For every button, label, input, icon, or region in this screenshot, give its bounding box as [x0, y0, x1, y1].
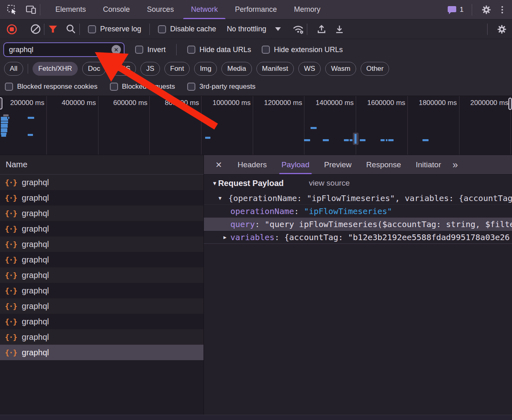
request-row[interactable]: {·}graphql: [0, 252, 203, 267]
blocked-requests-checkbox[interactable]: Blocked requests: [110, 83, 175, 91]
issues-bubble-icon: [447, 5, 457, 15]
expand-icon[interactable]: ▼: [219, 195, 221, 201]
chip-manifest[interactable]: Manifest: [256, 62, 294, 76]
kebab-menu-icon[interactable]: [498, 4, 506, 15]
network-overview-timeline[interactable]: 200000 ms400000 ms600000 ms800000 ms1000…: [0, 96, 512, 155]
chevron-down-icon: [275, 27, 281, 31]
chip-css[interactable]: CSS: [110, 62, 136, 76]
close-detail-icon[interactable]: ✕: [211, 159, 226, 171]
request-row[interactable]: {·}graphql: [0, 236, 203, 252]
request-row[interactable]: {·}graphql: [0, 298, 203, 314]
divider: [176, 44, 177, 55]
tab-network[interactable]: Network: [182, 0, 226, 19]
request-payload-header: ▼ Request Payload view source: [204, 175, 512, 192]
divider: [149, 24, 150, 35]
waterfall-bar: [1, 121, 8, 123]
detail-tab-preview[interactable]: Preview: [317, 155, 359, 174]
more-detail-tabs-icon[interactable]: »: [450, 159, 459, 171]
detail-tab-headers[interactable]: Headers: [230, 155, 274, 174]
chip-ws[interactable]: WS: [298, 62, 321, 76]
issues-button[interactable]: 1: [447, 5, 464, 15]
json-request-icon: {·}: [5, 348, 17, 357]
filter-funnel-icon[interactable]: [47, 23, 59, 35]
payload-entry-variables[interactable]: ▶ variables: {accountTag: "b12e3b2192ee5…: [204, 231, 512, 244]
hide-data-urls-label: Hide data URLs: [199, 46, 251, 54]
request-name: graphql: [22, 332, 49, 342]
chip-js[interactable]: JS: [140, 62, 160, 76]
json-request-icon: {·}: [5, 178, 17, 187]
request-row[interactable]: {·}graphql: [0, 175, 203, 190]
overview-left-handle[interactable]: [0, 97, 2, 109]
tab-performance[interactable]: Performance: [226, 0, 285, 19]
clear-network-log-icon[interactable]: [29, 23, 42, 35]
request-row[interactable]: {·}graphql: [0, 267, 203, 283]
request-row[interactable]: {·}graphql: [0, 206, 203, 221]
record-network-log-icon[interactable]: [6, 23, 18, 35]
chip-doc[interactable]: Doc: [82, 62, 106, 76]
request-row[interactable]: {·}graphql: [0, 345, 203, 360]
tab-console[interactable]: Console: [94, 0, 138, 19]
divider: [487, 24, 488, 35]
payload-root-row[interactable]: ▼ {operationName: "ipFlowTimeseries", va…: [204, 192, 512, 205]
waterfall-bar: [1, 126, 8, 128]
view-source-link[interactable]: view source: [309, 179, 350, 188]
inspect-element-icon[interactable]: [6, 4, 18, 16]
checkbox: [88, 25, 96, 33]
network-settings-gear-icon[interactable]: [496, 23, 508, 35]
chip-img[interactable]: Img: [194, 62, 217, 76]
preserve-log-checkbox[interactable]: Preserve log: [88, 25, 141, 33]
export-har-icon[interactable]: [333, 23, 346, 35]
settings-gear-icon[interactable]: [480, 4, 492, 16]
detail-tab-response[interactable]: Response: [359, 155, 409, 174]
request-row[interactable]: {·}graphql: [0, 314, 203, 329]
chip-all[interactable]: All: [4, 62, 23, 76]
throttling-value: No throttling: [227, 25, 266, 33]
request-row[interactable]: {·}graphql: [0, 221, 203, 236]
hide-extension-urls-checkbox[interactable]: Hide extension URLs: [262, 46, 343, 54]
disable-cache-checkbox[interactable]: Disable cache: [158, 25, 216, 33]
device-toolbar-icon[interactable]: [25, 4, 37, 16]
timeline-column: 1400000 ms: [304, 96, 356, 155]
import-har-icon[interactable]: [315, 23, 328, 35]
chip-wasm[interactable]: Wasm: [325, 62, 356, 76]
json-value: {accountTag: "b12e3b2192ee5588fdad995178…: [284, 232, 510, 242]
checkbox: [110, 83, 118, 91]
checkbox: [262, 46, 270, 54]
blocked-response-cookies-label: Blocked response cookies: [17, 83, 98, 91]
chip-font[interactable]: Font: [164, 62, 190, 76]
waterfall-bar: [205, 137, 210, 139]
chip-media[interactable]: Media: [221, 62, 252, 76]
clear-filter-icon[interactable]: ✕: [112, 45, 121, 55]
network-conditions-icon[interactable]: [292, 23, 304, 35]
3rd-party-requests-checkbox[interactable]: 3rd-party requests: [187, 83, 256, 91]
checkbox: [5, 83, 13, 91]
chip-other[interactable]: Other: [361, 62, 389, 76]
tab-memory[interactable]: Memory: [285, 0, 329, 19]
network-filter-row: ✕ Invert Hide data URLs Hide extension U…: [0, 39, 512, 60]
request-row[interactable]: {·}graphql: [0, 283, 203, 298]
timeline-selection-marker: [353, 133, 359, 145]
waterfall-bar: [3, 114, 9, 116]
payload-entry-operationName[interactable]: operationName: "ipFlowTimeseries": [204, 205, 512, 218]
blocked-response-cookies-checkbox[interactable]: Blocked response cookies: [5, 83, 98, 91]
search-icon[interactable]: [65, 23, 77, 35]
timeline-column: 600000 ms: [98, 96, 150, 155]
invert-checkbox[interactable]: Invert: [135, 46, 166, 54]
tab-sources[interactable]: Sources: [138, 0, 182, 19]
issues-count: 1: [460, 6, 464, 14]
request-row[interactable]: {·}graphql: [0, 190, 203, 206]
collapse-icon[interactable]: ▶: [223, 234, 226, 240]
payload-entry-query[interactable]: query: "query ipFlowTimeseries($accountT…: [204, 218, 512, 231]
chip-fetch-xhr[interactable]: Fetch/XHR: [33, 62, 78, 76]
hide-data-urls-checkbox[interactable]: Hide data URLs: [187, 46, 251, 54]
overview-right-handle[interactable]: [508, 98, 512, 110]
detail-tab-initiator[interactable]: Initiator: [408, 155, 448, 174]
filter-input[interactable]: [4, 43, 124, 56]
request-name: graphql: [22, 302, 49, 311]
detail-tab-payload[interactable]: Payload: [274, 155, 317, 174]
tab-elements[interactable]: Elements: [47, 0, 94, 19]
name-column-header[interactable]: Name: [0, 155, 203, 175]
request-row[interactable]: {·}graphql: [0, 329, 203, 345]
throttling-select[interactable]: No throttling: [227, 25, 281, 33]
section-expand-icon[interactable]: ▼: [212, 180, 217, 186]
